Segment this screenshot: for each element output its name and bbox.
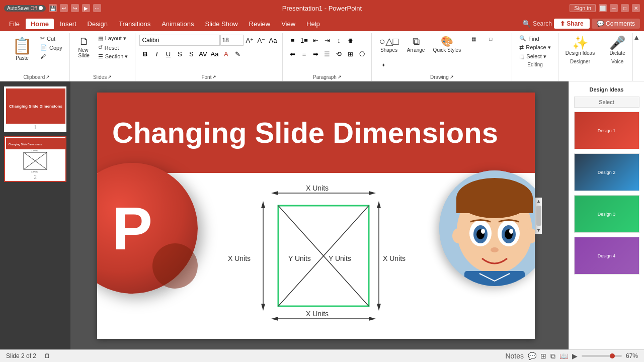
font-size-input[interactable] <box>220 35 244 46</box>
menu-review[interactable]: Review <box>244 19 276 29</box>
normal-view-button[interactable]: ⊞ <box>540 352 546 360</box>
autosave-toggle[interactable]: AutoSave Off <box>4 5 46 12</box>
slide-sorter-button[interactable]: ⧉ <box>550 352 555 360</box>
section-button[interactable]: ☰ Section ▾ <box>95 52 131 61</box>
menu-help[interactable]: Help <box>301 19 325 29</box>
strikethrough-button[interactable]: S <box>174 48 185 59</box>
menu-slideshow[interactable]: Slide Show <box>200 19 243 29</box>
bold-button[interactable]: B <box>139 48 150 59</box>
scroll-thumb[interactable] <box>536 206 541 226</box>
reset-button[interactable]: ↺ Reset <box>95 43 131 52</box>
menu-file[interactable]: File <box>4 19 25 29</box>
menu-transitions[interactable]: Transitions <box>114 19 155 29</box>
menu-insert[interactable]: Insert <box>55 19 82 29</box>
menu-animations[interactable]: Animations <box>156 19 199 29</box>
paste-button[interactable]: 📋 Paste <box>8 34 36 63</box>
smartart-button[interactable]: ⎔ <box>356 48 367 59</box>
paragraph-expand-icon[interactable]: ↗ <box>338 74 342 79</box>
text-direction-button[interactable]: ⟲ <box>333 48 344 59</box>
select-button[interactable]: ⬚ Select ▾ <box>516 52 553 61</box>
main-slide-area[interactable]: Changing Slide Dimensions P X Units X Un… <box>70 81 569 349</box>
arrange-button[interactable]: ⧉ Arrange <box>404 34 428 55</box>
svg-text:Y Units: Y Units <box>329 254 351 262</box>
app-body: Changing Slide Dimensions 1 Changing Sli… <box>0 81 644 349</box>
notes-button[interactable]: Notes <box>505 352 524 360</box>
line-spacing-button[interactable]: ↕ <box>333 35 344 46</box>
menu-view[interactable]: View <box>276 19 300 29</box>
slideshow-button[interactable]: ▶ <box>572 352 578 360</box>
quick-styles-button[interactable]: 🎨 Quick Styles <box>430 34 464 55</box>
clear-format-button[interactable]: Aa <box>267 35 278 46</box>
drawing-expand-icon[interactable]: ↗ <box>450 74 454 79</box>
shape-effects-button[interactable]: ✦ <box>376 60 391 70</box>
shape-outline-button[interactable]: □ <box>483 34 498 44</box>
minimize-icon[interactable]: ─ <box>610 4 618 12</box>
select-button[interactable]: Select <box>574 97 639 108</box>
increase-font-button[interactable]: A⁺ <box>244 35 255 46</box>
comments-button[interactable]: 💬 Comments <box>592 19 640 29</box>
save-icon[interactable]: 💾 <box>49 4 57 12</box>
cut-button[interactable]: ✂ Cut <box>37 34 65 43</box>
drawing-label-row: Drawing ↗ <box>430 73 454 80</box>
replace-button[interactable]: ⇄ Replace ▾ <box>516 43 553 52</box>
zoom-slider-thumb[interactable] <box>610 353 615 358</box>
svg-rect-32 <box>456 198 533 213</box>
decrease-indent-button[interactable]: ⇤ <box>310 35 321 46</box>
align-center-button[interactable]: ≡ <box>298 48 309 59</box>
close-icon[interactable]: ✕ <box>632 4 640 12</box>
columns-button[interactable]: ⧻ <box>345 35 356 46</box>
zoom-slider[interactable] <box>582 355 622 357</box>
font-color-button[interactable]: A <box>220 48 231 59</box>
customize-qat-icon[interactable]: ⋯ <box>93 4 101 12</box>
search-icon[interactable]: 🔍 <box>522 20 531 28</box>
shape-fill-button[interactable]: ▦ <box>466 34 481 44</box>
design-thumb-2[interactable]: Design 2 <box>574 153 639 191</box>
reading-view-button[interactable]: 📖 <box>559 352 568 360</box>
design-ideas-button[interactable]: ✨ Design Ideas <box>562 34 598 58</box>
share-button[interactable]: ⬆ Share <box>554 19 590 29</box>
shadow-button[interactable]: S <box>186 48 197 59</box>
align-right-button[interactable]: ➡ <box>310 48 321 59</box>
format-painter-button[interactable]: 🖌 <box>37 52 65 60</box>
highlight-button[interactable]: ✎ <box>232 48 243 59</box>
change-case-button[interactable]: Aa <box>209 48 220 59</box>
numbering-button[interactable]: 1≡ <box>298 35 309 46</box>
align-text-button[interactable]: ⊞ <box>345 48 356 59</box>
new-slide-button[interactable]: 🗋 NewSlide <box>74 34 94 60</box>
menu-design[interactable]: Design <box>83 19 113 29</box>
undo-icon[interactable]: ↩ <box>60 4 68 12</box>
design-thumb-3[interactable]: Design 3 <box>574 195 639 233</box>
layout-button[interactable]: ▤ Layout ▾ <box>95 34 131 43</box>
justify-button[interactable]: ☰ <box>321 48 333 59</box>
redo-icon[interactable]: ↪ <box>71 4 79 12</box>
font-family-input[interactable] <box>139 35 220 46</box>
slide-thumb-1[interactable]: Changing Slide Dimensions 1 <box>4 86 66 132</box>
scroll-up-button[interactable]: ▲ <box>535 198 542 205</box>
slide-thumb-2[interactable]: Changing Slide Dimensions X Units X Unit… <box>4 136 66 182</box>
shapes-button[interactable]: ○△□ Shapes <box>376 34 401 55</box>
font-expand-icon[interactable]: ↗ <box>212 74 216 79</box>
copy-button[interactable]: 📄 Copy <box>37 43 65 52</box>
slides-expand-icon[interactable]: ↗ <box>108 74 112 79</box>
italic-button[interactable]: I <box>151 48 162 59</box>
design-thumb-4[interactable]: Design 4 <box>574 237 639 275</box>
maximize-icon[interactable]: □ <box>621 4 629 12</box>
comments-status-button[interactable]: 💬 <box>528 352 536 360</box>
scroll-down-button[interactable]: ▼ <box>535 227 542 234</box>
decrease-font-button[interactable]: A⁻ <box>256 35 267 46</box>
align-left-button[interactable]: ⬅ <box>287 48 298 59</box>
paste-icon: 📋 <box>12 36 32 55</box>
collapse-ribbon-button[interactable]: ▲ <box>633 33 640 81</box>
bullets-button[interactable]: ≡ <box>287 35 298 46</box>
find-button[interactable]: 🔍 Find <box>516 34 553 43</box>
menu-home[interactable]: Home <box>26 19 54 29</box>
present-icon[interactable]: ▶ <box>82 4 90 12</box>
char-spacing-button[interactable]: AV <box>197 48 208 59</box>
design-thumb-1[interactable]: Design 1 <box>574 112 639 149</box>
ribbon-display-icon[interactable]: ⬜ <box>599 4 607 12</box>
dictate-button[interactable]: 🎤 Dictate <box>606 34 628 58</box>
clipboard-expand-icon[interactable]: ↗ <box>46 74 50 79</box>
underline-button[interactable]: U <box>163 48 174 59</box>
increase-indent-button[interactable]: ⇥ <box>321 35 333 46</box>
signin-button[interactable]: Sign in <box>570 4 596 12</box>
